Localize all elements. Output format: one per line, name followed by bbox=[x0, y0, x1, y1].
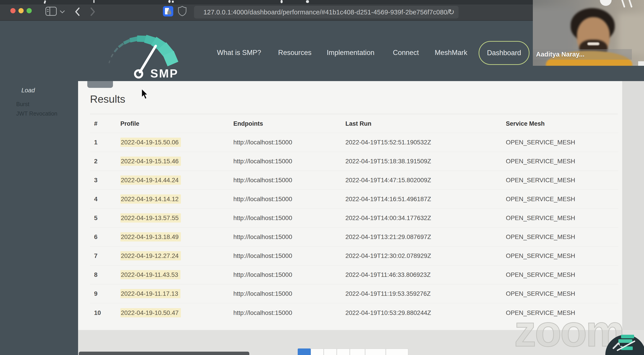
text-fragment bbox=[280, 0, 282, 3]
profile-link[interactable]: 2022-04-19-14.44.24 bbox=[120, 175, 181, 185]
endpoint-cell: http://localhost:15000 bbox=[233, 246, 346, 265]
nav-meshmark[interactable]: MeshMark bbox=[435, 49, 467, 57]
profile-link[interactable]: 2022-04-19-11.17.13 bbox=[120, 289, 180, 298]
col-header-profile: Profile bbox=[120, 115, 233, 133]
minimize-window-button[interactable] bbox=[18, 8, 24, 13]
last-run-cell: 2022-04-19T11:19:53.359276Z bbox=[346, 284, 506, 303]
table-row: 7 2022-04-19-12.27.24 http://localhost:1… bbox=[90, 246, 618, 265]
reload-icon[interactable]: ↻ bbox=[448, 6, 455, 18]
back-icon[interactable] bbox=[74, 7, 80, 17]
url-text: 127.0.0.1:4000/dashboard/performance/#41… bbox=[204, 6, 449, 19]
row-number: 8 bbox=[90, 265, 120, 284]
webcam-overlay[interactable]: Aaditya Naray... bbox=[533, 0, 644, 66]
horizontal-scrollbar[interactable] bbox=[79, 351, 249, 355]
table-row: 9 2022-04-19-11.17.13 http://localhost:1… bbox=[90, 284, 618, 303]
forward-icon[interactable] bbox=[90, 7, 96, 17]
last-run-cell: 2022-04-19T10:53:29.880244Z bbox=[346, 303, 506, 322]
profile-link[interactable]: 2022-04-19-11.43.53 bbox=[120, 270, 180, 279]
sidebar-item-load[interactable]: Load bbox=[22, 87, 35, 94]
background-blur bbox=[533, 7, 573, 54]
endpoint-cell: http://localhost:15000 bbox=[233, 284, 346, 303]
close-window-button[interactable] bbox=[10, 8, 16, 13]
last-run-cell: 2022-04-19T13:21:29.087697Z bbox=[346, 227, 506, 246]
participant-circle-icon[interactable] bbox=[600, 0, 612, 6]
table-header-row: # Profile Endpoints Last Run Service Mes… bbox=[90, 115, 618, 133]
page-button-last[interactable]: 272 bbox=[365, 348, 386, 355]
s-logo-bar bbox=[621, 335, 634, 338]
row-number: 10 bbox=[90, 303, 120, 322]
text-fragment bbox=[172, 1, 174, 3]
smp-logo: SMP bbox=[99, 25, 194, 79]
service-mesh-cell: OPEN_SERVICE_MESH bbox=[506, 265, 618, 284]
profile-link[interactable]: 2022-04-19-13.18.49 bbox=[120, 232, 181, 241]
table-row: 8 2022-04-19-11.43.53 http://localhost:1… bbox=[90, 265, 618, 284]
password-extension-icon[interactable] bbox=[163, 6, 173, 17]
next-page-button[interactable]: Next bbox=[386, 348, 408, 355]
shield-privacy-icon[interactable] bbox=[178, 6, 187, 17]
page-button-3[interactable]: 3 bbox=[324, 348, 337, 355]
zoom-window-button[interactable] bbox=[26, 8, 32, 13]
cutoff-glyph bbox=[628, 0, 632, 8]
sidebar-toggle-dot bbox=[47, 11, 48, 12]
last-run-cell: 2022-04-19T14:47:15.802009Z bbox=[346, 171, 506, 190]
service-mesh-cell: OPEN_SERVICE_MESH bbox=[506, 152, 618, 171]
service-mesh-cell: OPEN_SERVICE_MESH bbox=[506, 284, 618, 303]
nav-connect[interactable]: Connect bbox=[393, 49, 419, 57]
presenter-name: Aaditya Naray... bbox=[533, 49, 632, 58]
endpoint-cell: http://localhost:15000 bbox=[233, 303, 346, 322]
page-button-1[interactable]: 1 bbox=[298, 348, 311, 355]
page-title: Results bbox=[90, 93, 125, 105]
profile-link[interactable]: 2022-04-19-15.50.06 bbox=[120, 138, 181, 147]
sidebar-item-burst[interactable]: Burst bbox=[16, 101, 29, 107]
service-mesh-cell: OPEN_SERVICE_MESH bbox=[506, 246, 618, 265]
background-blur bbox=[618, 14, 644, 54]
gauge-pivot bbox=[135, 70, 142, 78]
row-number: 5 bbox=[90, 209, 120, 227]
results-panel: Results # Profile Endpoints Last Run Ser… bbox=[78, 81, 622, 330]
sidebar-toggle-divider bbox=[50, 8, 50, 15]
profile-link[interactable]: 2022-04-19-13.57.55 bbox=[120, 213, 181, 223]
sidebar-item-jwt-revocation[interactable]: JWT Revocation bbox=[16, 110, 58, 117]
profile-link[interactable]: 2022-04-19-14.14.12 bbox=[120, 194, 181, 204]
row-number: 2 bbox=[90, 152, 120, 171]
service-mesh-cell: OPEN_SERVICE_MESH bbox=[506, 227, 618, 246]
endpoint-cell: http://localhost:15000 bbox=[233, 152, 346, 171]
pagination: 1 2 3 4 … 272 Next bbox=[298, 348, 408, 355]
col-header-endpoints: Endpoints bbox=[233, 115, 346, 133]
text-fragment bbox=[94, 0, 94, 3]
table-row: 5 2022-04-19-13.57.55 http://localhost:1… bbox=[90, 209, 618, 227]
table-row: 2 2022-04-19-15.15.46 http://localhost:1… bbox=[90, 152, 618, 171]
endpoint-cell: http://localhost:15000 bbox=[233, 227, 346, 246]
panel-tab-stub[interactable] bbox=[87, 81, 113, 88]
last-run-cell: 2022-04-19T12:30:02.078929Z bbox=[346, 246, 506, 265]
cutoff-glyph bbox=[621, 0, 625, 8]
shared-screen: 127.0.0.1:4000/dashboard/performance/#41… bbox=[0, 0, 644, 355]
nav-implementation[interactable]: Implementation bbox=[327, 49, 374, 57]
endpoint-cell: http://localhost:15000 bbox=[233, 265, 346, 284]
profile-link[interactable]: 2022-04-19-15.15.46 bbox=[120, 157, 181, 166]
sidebar-toggle-icon[interactable] bbox=[46, 7, 57, 16]
video-ui-fragment bbox=[638, 61, 644, 66]
nav-what-is-smp[interactable]: What is SMP? bbox=[217, 49, 261, 57]
sidebar-toggle-dot bbox=[47, 9, 48, 10]
last-run-cell: 2022-04-19T15:52:51.190532Z bbox=[346, 133, 506, 152]
page-button-4[interactable]: 4 bbox=[337, 348, 350, 355]
row-number: 3 bbox=[90, 171, 120, 190]
profile-link[interactable]: 2022-04-19-12.27.24 bbox=[120, 251, 181, 260]
nav-resources[interactable]: Resources bbox=[278, 49, 312, 57]
meeting-app-badge[interactable] bbox=[605, 333, 644, 355]
service-mesh-cell: OPEN_SERVICE_MESH bbox=[506, 133, 618, 152]
service-mesh-cell: OPEN_SERVICE_MESH bbox=[506, 171, 618, 190]
nav-dashboard-button[interactable]: Dashboard bbox=[478, 41, 530, 65]
profile-link[interactable]: 2022-04-19-10.50.47 bbox=[120, 308, 181, 317]
lock-icon bbox=[168, 11, 171, 15]
address-bar[interactable]: 127.0.0.1:4000/dashboard/performance/#41… bbox=[194, 6, 458, 19]
mouse-cursor bbox=[141, 89, 150, 100]
presenter-smile bbox=[587, 42, 600, 45]
col-header-last-run: Last Run bbox=[346, 115, 506, 133]
last-run-cell: 2022-04-19T14:16:51.496187Z bbox=[346, 190, 506, 209]
service-mesh-cell: OPEN_SERVICE_MESH bbox=[506, 209, 618, 227]
page-button-2[interactable]: 2 bbox=[311, 348, 324, 355]
endpoint-cell: http://localhost:15000 bbox=[233, 171, 346, 190]
chevron-down-icon[interactable] bbox=[60, 10, 65, 14]
